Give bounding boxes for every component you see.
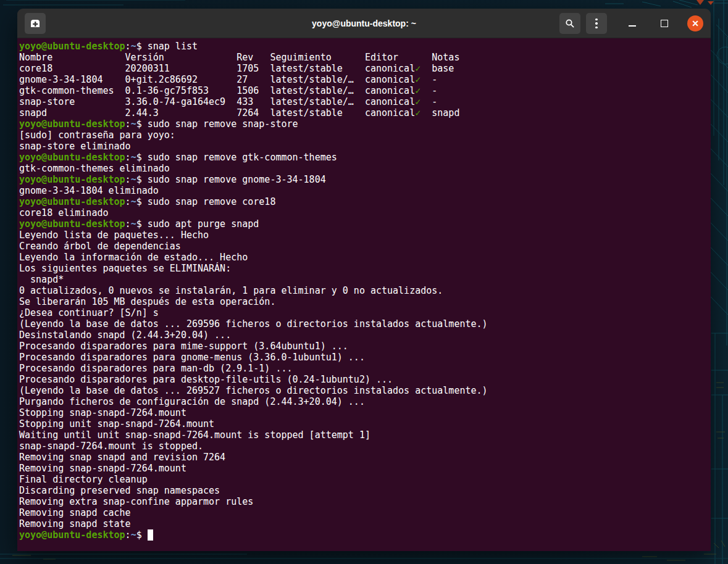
- terminal-text-span: -: [420, 85, 437, 96]
- terminal-text-span: Procesando disparadores para gnome-menus…: [19, 352, 365, 363]
- terminal-line: yoyo@ubuntu-desktop:~$ sudo apt purge sn…: [19, 218, 709, 230]
- maximize-button[interactable]: [656, 15, 672, 32]
- terminal-text-span: yoyo@ubuntu-desktop: [19, 218, 125, 230]
- terminal-text-span: ~: [131, 152, 136, 163]
- terminal-text-span: ¿Desea continuar? [S/n] s: [19, 307, 159, 318]
- terminal-text-span: Procesando disparadores para mime-suppor…: [19, 341, 348, 352]
- terminal-text-span: $ sudo snap remove core18: [136, 196, 276, 207]
- terminal-line: yoyo@ubuntu-desktop:~$ sudo snap remove …: [19, 118, 709, 130]
- terminal-text-span: Se liberarán 105 MB después de esta oper…: [19, 296, 275, 307]
- terminal-text-span: yoyo@ubuntu-desktop: [19, 196, 125, 207]
- terminal-text-span: $ sudo snap remove gtk-common-themes: [136, 152, 337, 163]
- terminal-line: Removing snap snapd and revision 7264: [19, 452, 709, 463]
- terminal-line: yoyo@ubuntu-desktop:~$: [19, 529, 709, 541]
- terminal-text-span: Removing snap-snapd-7264.mount: [19, 463, 186, 474]
- terminal-text-span: yoyo@ubuntu-desktop: [19, 174, 125, 185]
- terminal-text-span: gtk-common-themes 0.1-36-gc75f853 1506 l…: [19, 85, 415, 96]
- terminal-text-span: $ sudo apt purge snapd: [136, 218, 259, 230]
- terminal-text-span: Removing extra snap-confine apparmor rul…: [19, 496, 253, 507]
- terminal-line: yoyo@ubuntu-desktop:~$ sudo snap remove …: [19, 174, 709, 185]
- terminal-text-span: snap-store 3.36.0-74-ga164ec9 433 latest…: [19, 96, 415, 107]
- terminal-line: gtk-common-themes 0.1-36-gc75f853 1506 l…: [19, 85, 709, 96]
- terminal-line: ¿Desea continuar? [S/n] s: [19, 307, 709, 318]
- terminal-text-span: Stopping snap-snapd-7264.mount: [19, 407, 186, 418]
- terminal-line: Removing extra snap-confine apparmor rul…: [19, 496, 709, 507]
- terminal-text-span: base: [420, 63, 454, 74]
- terminal-text-span: $ snap list: [136, 41, 198, 52]
- terminal-text-span: ✓: [415, 96, 420, 107]
- terminal-text-span: Stopping unit snap-snapd-7264.mount: [19, 418, 214, 429]
- terminal-text-span: $: [136, 529, 148, 541]
- terminal-output[interactable]: yoyo@ubuntu-desktop:~$ snap listNombre V…: [17, 38, 711, 551]
- terminal-text-span: yoyo@ubuntu-desktop: [19, 118, 125, 130]
- terminal-text-span: :: [125, 196, 131, 207]
- maximize-icon: [661, 20, 668, 27]
- terminal-text-span: ~: [131, 118, 136, 130]
- terminal-text-span: ~: [131, 218, 136, 230]
- terminal-line: Procesando disparadores para desktop-fil…: [19, 374, 709, 385]
- terminal-text-span: yoyo@ubuntu-desktop: [19, 529, 125, 541]
- terminal-line: Leyendo la información de estado... Hech…: [19, 252, 709, 263]
- terminal-text-span: ~: [131, 196, 136, 207]
- terminal-text-span: ✓: [415, 85, 420, 96]
- minimize-icon: [629, 25, 636, 27]
- terminal-text-span: :: [125, 529, 131, 541]
- terminal-line: Purgando ficheros de configuración de sn…: [19, 396, 709, 407]
- search-icon: [565, 19, 575, 28]
- terminal-line: [sudo] contraseña para yoyo:: [19, 130, 709, 141]
- terminal-line: Los siguientes paquetes se ELIMINARÁN:: [19, 263, 709, 274]
- terminal-line: 0 actualizados, 0 nuevos se instalarán, …: [19, 285, 709, 296]
- terminal-line: Se liberarán 105 MB después de esta oper…: [19, 296, 709, 307]
- terminal-line: snapd 2.44.3 7264 latest/stable canonica…: [19, 107, 709, 118]
- terminal-line: gnome-3-34-1804 0+git.2c86692 27 latest/…: [19, 74, 709, 85]
- close-icon: ✕: [692, 19, 699, 28]
- terminal-text-span: $ sudo snap remove gnome-3-34-1804: [136, 174, 326, 185]
- terminal-text-span: yoyo@ubuntu-desktop: [19, 152, 125, 163]
- terminal-line: snap-store eliminado: [19, 141, 709, 152]
- terminal-text-span: :: [125, 41, 131, 52]
- terminal-text-span: ✓: [415, 63, 420, 74]
- terminal-line: Procesando disparadores para mime-suppor…: [19, 341, 709, 352]
- terminal-text-span: snapd: [420, 107, 459, 118]
- minimize-button[interactable]: [624, 15, 640, 32]
- terminal-line: Creando árbol de dependencias: [19, 241, 709, 252]
- terminal-text-span: Removing snapd state: [19, 518, 131, 529]
- terminal-text-span: Leyendo lista de paquetes... Hecho: [19, 230, 209, 241]
- search-button[interactable]: [559, 13, 580, 34]
- terminal-text-span: snap-store eliminado: [19, 141, 131, 152]
- terminal-line: Leyendo lista de paquetes... Hecho: [19, 230, 709, 241]
- terminal-text-span: $ sudo snap remove snap-store: [136, 118, 298, 130]
- menu-button[interactable]: [586, 13, 607, 34]
- terminal-text-span: ~: [131, 41, 136, 52]
- kebab-menu-icon: [595, 19, 598, 29]
- terminal-line: Removing snap-snapd-7264.mount: [19, 463, 709, 474]
- titlebar[interactable]: yoyo@ubuntu-desktop: ~: [17, 9, 711, 38]
- terminal-text-span: :: [125, 174, 131, 185]
- terminal-text-span: Creando árbol de dependencias: [19, 241, 181, 252]
- terminal-text-span: ✓: [415, 107, 420, 118]
- terminal-text-span: snapd 2.44.3 7264 latest/stable canonica…: [19, 107, 415, 118]
- terminal-line: core18 eliminado: [19, 207, 709, 218]
- terminal-line: Nombre Versión Rev Seguimiento Editor No…: [19, 52, 709, 63]
- terminal-line: (Leyendo la base de datos ... 269527 fic…: [19, 385, 709, 396]
- terminal-text-span: Procesando disparadores para desktop-fil…: [19, 374, 393, 385]
- terminal-text-span: ✓: [415, 74, 420, 85]
- terminal-line: yoyo@ubuntu-desktop:~$ sudo snap remove …: [19, 196, 709, 207]
- terminal-text-span: core18 20200311 1705 latest/stable canon…: [19, 63, 415, 74]
- terminal-line: Stopping snap-snapd-7264.mount: [19, 407, 709, 418]
- terminal-line: Procesando disparadores para man-db (2.9…: [19, 363, 709, 374]
- terminal-text-span: :: [125, 218, 131, 230]
- terminal-line: Removing snapd cache: [19, 507, 709, 518]
- new-tab-button[interactable]: [25, 13, 46, 34]
- terminal-text-span: (Leyendo la base de datos ... 269527 fic…: [19, 385, 488, 396]
- terminal-text-span: 0 actualizados, 0 nuevos se instalarán, …: [19, 285, 443, 296]
- terminal-text-span: Los siguientes paquetes se ELIMINARÁN:: [19, 263, 231, 274]
- terminal-text-span: :: [125, 152, 131, 163]
- terminal-text-span: Procesando disparadores para man-db (2.9…: [19, 363, 293, 374]
- terminal-line: Desinstalando snapd (2.44.3+20.04) ...: [19, 330, 709, 341]
- close-button[interactable]: ✕: [687, 15, 703, 31]
- terminal-text-span: ~: [131, 529, 136, 541]
- terminal-line: snap-snapd-7264.mount is stopped.: [19, 441, 709, 452]
- terminal-text-span: ~: [131, 174, 136, 185]
- terminal-line: core18 20200311 1705 latest/stable canon…: [19, 63, 709, 74]
